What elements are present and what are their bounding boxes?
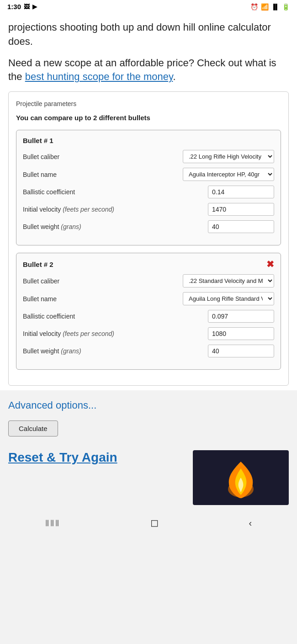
- calculate-section: Calculate: [0, 416, 297, 446]
- bullet-1-caliber-row: Bullet caliber .22 Long Rifle High Veloc…: [23, 150, 274, 163]
- projectile-params-box: Projectile parameters You can compare up…: [8, 91, 289, 386]
- bullet-2-name-label: Bullet name: [23, 295, 183, 303]
- calculate-button[interactable]: Calculate: [8, 420, 58, 436]
- alarm-icon: ⏰: [250, 3, 258, 11]
- status-time: 1:30: [7, 3, 21, 11]
- bullet-1-name-select[interactable]: Aguila Interceptor HP, 40gr: [183, 168, 274, 181]
- bullet-2-velocity-row: Initial velocity (feets per second): [23, 327, 274, 340]
- bullet-2-velocity-input[interactable]: [208, 327, 274, 340]
- bullet-2-weight-row: Bullet weight (grans): [23, 345, 274, 357]
- bullet-1-caliber-label: Bullet caliber: [23, 153, 183, 160]
- bullet-1-weight-row: Bullet weight (grans): [23, 220, 274, 233]
- wifi-icon: 📶: [261, 3, 269, 11]
- bullet-2-name-select[interactable]: Aguila Long Rifle Standard V: [183, 292, 274, 305]
- back-nav-icon[interactable]: ‹: [249, 518, 252, 528]
- bullet-2-bc-row: Ballistic coefficient: [23, 310, 274, 323]
- reset-link[interactable]: Reset & Try Again: [8, 450, 185, 465]
- bottom-nav: ⦀⦀⦀ ◻ ‹: [0, 510, 297, 538]
- content-area: projections shooting both up and down hi…: [0, 13, 297, 390]
- menu-nav-icon[interactable]: ⦀⦀⦀: [45, 518, 60, 528]
- reset-section: Reset & Try Again: [0, 446, 297, 505]
- bullet-2-name-row: Bullet name Aguila Long Rifle Standard V: [23, 292, 274, 305]
- bullet-1-name-label: Bullet name: [23, 171, 183, 178]
- bullet-2-bc-input[interactable]: [208, 310, 274, 323]
- flame-image: [193, 450, 289, 505]
- bullet-1-bc-label: Ballistic coefficient: [23, 188, 208, 196]
- compare-text: You can compare up to 2 different bullet…: [16, 114, 281, 122]
- battery-icon: 🔋: [282, 3, 290, 11]
- bullet-2-title: Bullet # 2: [23, 261, 53, 268]
- bullet-1-velocity-row: Initial velocity (feets per second): [23, 203, 274, 216]
- flame-svg-icon: [218, 455, 264, 500]
- bullet-1-weight-input[interactable]: [208, 220, 274, 233]
- bullet-2-caliber-select[interactable]: .22 Standard Velocity and M: [183, 274, 274, 287]
- home-nav-icon[interactable]: ◻: [150, 517, 159, 529]
- bullet-1-caliber-select[interactable]: .22 Long Rifle High Velocity: [183, 150, 274, 163]
- bullet-1-bc-row: Ballistic coefficient: [23, 186, 274, 198]
- bullet-2-weight-label: Bullet weight (grans): [23, 347, 208, 355]
- signal-icon: ▐▌: [271, 4, 279, 10]
- bullet-2-caliber-label: Bullet caliber: [23, 277, 183, 285]
- bullet-2-bc-label: Ballistic coefficient: [23, 313, 208, 320]
- bullet-2-section: Bullet # 2 ✖ Bullet caliber .22 Standard…: [16, 253, 281, 370]
- advanced-options-section: Advanced options...: [0, 390, 297, 416]
- bullet-1-bc-input[interactable]: [208, 186, 274, 198]
- bullet-2-weight-input[interactable]: [208, 345, 274, 357]
- bullet-2-caliber-row: Bullet caliber .22 Standard Velocity and…: [23, 274, 274, 287]
- hunting-scope-link[interactable]: best hunting scope for the money: [25, 71, 173, 82]
- bullet-1-velocity-input[interactable]: [208, 203, 274, 216]
- bullet-2-close-button[interactable]: ✖: [266, 260, 274, 269]
- intro-text-2: Need a new scope at an affordable price?…: [8, 56, 289, 85]
- advanced-options-link[interactable]: Advanced options...: [8, 399, 96, 411]
- bullet-1-weight-label: Bullet weight (grans): [23, 223, 208, 230]
- bullet-2-velocity-label: Initial velocity (feets per second): [23, 330, 208, 337]
- bullet-1-section: Bullet # 1 Bullet caliber .22 Long Rifle…: [16, 130, 281, 245]
- bullet-1-velocity-label: Initial velocity (feets per second): [23, 206, 208, 213]
- image-icon: 🖼: [24, 3, 30, 10]
- play-icon: ▶: [32, 3, 37, 10]
- intro-text-1: projections shooting both up and down hi…: [8, 21, 289, 49]
- status-bar: 1:30 🖼 ▶ ⏰ 📶 ▐▌ 🔋: [0, 0, 297, 13]
- params-title: Projectile parameters: [16, 100, 281, 107]
- bullet-1-title: Bullet # 1: [23, 137, 53, 144]
- bullet-1-name-row: Bullet name Aguila Interceptor HP, 40gr: [23, 168, 274, 181]
